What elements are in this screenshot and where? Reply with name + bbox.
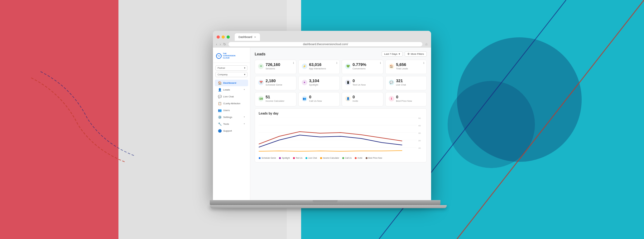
stat-spotlight: ✦ 3,104 Spotlight xyxy=(298,76,340,90)
legend-dot xyxy=(355,157,357,159)
leads-title: Leads xyxy=(255,52,266,56)
stat-header: 👁 726,160 Sessions xyxy=(258,63,293,70)
stat-conversions: ℹ 💚 0.779% Conversions xyxy=(342,60,383,74)
support-icon: 🔵 xyxy=(218,129,222,133)
text-us-now-label: Text Us Now xyxy=(353,83,366,86)
nav-tools[interactable]: 🔧 Tools ▾ xyxy=(215,121,248,127)
browser-tab[interactable]: Dashboard ✕ xyxy=(235,33,260,41)
minimize-button[interactable] xyxy=(222,35,225,39)
settings-chevron-icon: ▾ xyxy=(244,116,245,118)
filter-icon: ⚙ xyxy=(407,53,410,55)
nav-leads[interactable]: 👤 Leads ▾ xyxy=(215,87,248,93)
legend-dot xyxy=(259,157,261,159)
address-bar[interactable]: dashboard.theconversioncloud.com/ xyxy=(228,42,422,46)
nav-settings[interactable]: ⚙️ Settings ▾ xyxy=(215,114,248,120)
conversions-label: Conversions xyxy=(353,67,366,70)
live-chat-label: Live Chat xyxy=(396,83,406,86)
stat-info-icon[interactable]: ℹ xyxy=(336,62,337,64)
stat-info-icon[interactable]: ℹ xyxy=(423,62,424,64)
leads-by-day-chart: Leads by day xyxy=(255,108,427,162)
stat-info-icon[interactable]: ℹ xyxy=(293,62,294,64)
live-chat-icon: 💬 xyxy=(389,80,394,85)
stat-header: ℹ 0 Best Price Now xyxy=(389,95,424,102)
logo-line2: CONVERSION xyxy=(223,55,235,57)
call-us-now-icon: 👥 xyxy=(302,96,307,101)
sidebar: TC THE CONVERSION CLOUD Partner ▾ Compan… xyxy=(213,48,250,200)
stat-content: 51 Income Calculator xyxy=(266,95,284,102)
legend-income-calc: Income Calculator xyxy=(320,157,339,159)
live-chat-value: 321 xyxy=(396,79,406,83)
stat-content: 0 Text Us Now xyxy=(353,79,366,86)
stat-header: 💚 0.779% Conversions xyxy=(345,63,380,70)
legend-label: Invite xyxy=(358,157,363,159)
text-us-now-icon: 📱 xyxy=(345,80,351,85)
stat-invite: 👤 0 Invite xyxy=(342,92,383,106)
stat-header: 👥 0 Call Us Now xyxy=(302,95,337,102)
legend-dot xyxy=(320,157,322,159)
tab-close-icon[interactable]: ✕ xyxy=(254,36,256,39)
bookmark-icon[interactable]: ☆ xyxy=(425,42,428,46)
legend-label: Best Price Now xyxy=(368,157,382,159)
app-container: TC THE CONVERSION CLOUD Partner ▾ Compan… xyxy=(213,48,431,200)
legend-label: Spotlight xyxy=(282,157,290,159)
nav-clarity[interactable]: 📋 CLarity Attribution xyxy=(215,100,248,107)
spotlight-value: 3,104 xyxy=(309,79,320,83)
back-button[interactable]: ‹ xyxy=(216,42,217,46)
nav-livechat[interactable]: 💬 Live Chat xyxy=(215,93,248,100)
stat-header: ⚡ 63,016 App Interactions xyxy=(302,63,337,70)
company-select[interactable]: Company ▾ xyxy=(215,72,248,77)
tools-chevron-icon: ▾ xyxy=(244,123,245,125)
browser-titlebar: Dashboard ✕ xyxy=(213,31,431,41)
stat-info-icon[interactable]: ℹ xyxy=(380,62,381,64)
legend-spotlight: Spotlight xyxy=(279,157,290,159)
chart-legend: Schedule Genie Spotlight Text Us Li xyxy=(259,157,423,159)
main-content: Leads Last 7 Days ▾ ⚙ More Filters xyxy=(250,48,431,200)
stat-header: 👤 0 Invite xyxy=(345,95,380,102)
maximize-button[interactable] xyxy=(227,35,230,39)
forward-button[interactable]: › xyxy=(220,42,221,46)
income-calc-label: Income Calculator xyxy=(266,100,284,102)
partner-select[interactable]: Partner ▾ xyxy=(215,65,248,71)
nav-clarity-label: CLarity Attribution xyxy=(223,102,240,105)
app-interactions-value: 63,016 xyxy=(309,63,326,67)
stat-header: 💵 51 Income Calculator xyxy=(258,95,293,102)
invite-value: 0 xyxy=(353,95,358,99)
stat-content: 5,656 Total Leads xyxy=(396,63,408,70)
chart-svg: 500 400 300 200 100 xyxy=(259,118,423,155)
legend-label: Income Calculator xyxy=(323,157,339,159)
stat-header: 📱 0 Text Us Now xyxy=(345,79,380,86)
close-button[interactable] xyxy=(217,35,220,39)
date-filter-dropdown[interactable]: Last 7 Days ▾ xyxy=(382,51,403,57)
stats-grid-row3: 💵 51 Income Calculator 👥 0 xyxy=(255,92,427,106)
leads-icon: 👤 xyxy=(218,88,222,91)
legend-invite: Invite xyxy=(355,157,363,159)
dashboard-icon: 🏠 xyxy=(218,81,222,85)
filter-chevron-icon: ▾ xyxy=(399,53,400,55)
nav-support[interactable]: 🔵 Support xyxy=(215,128,248,134)
more-filters-button[interactable]: ⚙ More Filters xyxy=(405,51,427,57)
total-leads-label: Total Leads xyxy=(396,67,408,70)
legend-schedule-genie: Schedule Genie xyxy=(259,157,276,159)
schedule-genie-icon: 📅 xyxy=(258,80,264,85)
refresh-button[interactable]: ↻ xyxy=(223,42,226,46)
svg-text:100: 100 xyxy=(418,148,421,149)
stats-grid-row2: 📅 2,180 Schedule Genie ✦ 3,104 xyxy=(255,76,427,90)
stat-content: 0 Call Us Now xyxy=(309,95,322,102)
best-price-now-value: 0 xyxy=(396,95,412,99)
invite-label: Invite xyxy=(353,100,358,102)
stat-total-leads: ℹ 🏠 5,656 Total Leads xyxy=(385,60,427,74)
svg-text:200: 200 xyxy=(418,140,421,142)
stat-live-chat: 💬 321 Live Chat xyxy=(385,76,427,90)
income-calc-icon: 💵 xyxy=(258,96,264,101)
nav-dashboard[interactable]: 🏠 Dashboard xyxy=(215,80,248,86)
income-calc-value: 51 xyxy=(266,95,284,99)
svg-text:400: 400 xyxy=(418,125,421,127)
laptop-base xyxy=(210,205,447,208)
stat-content: 3,104 Spotlight xyxy=(309,79,320,86)
nav-users-label: Users xyxy=(223,109,230,112)
nav-users[interactable]: 👥 Users xyxy=(215,107,248,114)
best-price-now-label: Best Price Now xyxy=(396,100,412,102)
best-price-now-icon: ℹ xyxy=(389,96,394,101)
laptop-body xyxy=(210,200,440,205)
text-us-now-value: 0 xyxy=(353,79,366,83)
